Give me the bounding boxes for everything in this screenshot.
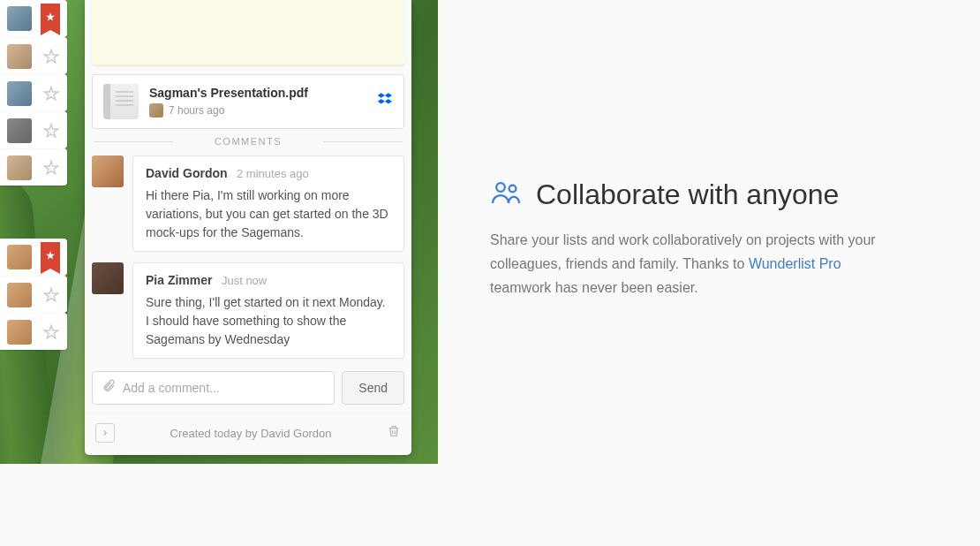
comment-time: 2 minutes ago [237, 167, 309, 180]
comment-input[interactable] [123, 381, 325, 395]
task-row[interactable] [0, 313, 67, 350]
comment-time: Just now [222, 274, 267, 287]
star-icon[interactable] [41, 157, 62, 178]
task-list-column [0, 0, 67, 350]
comment-body: Hi there Pia, I'm still working on more … [146, 186, 391, 242]
avatar [7, 283, 32, 307]
task-row[interactable] [0, 0, 67, 37]
task-row[interactable] [0, 74, 67, 111]
dropbox-icon[interactable] [377, 92, 393, 111]
bookmark-icon[interactable] [41, 242, 60, 269]
avatar [7, 155, 32, 180]
attachment-time: 7 hours ago [169, 104, 224, 117]
comment-item: Pia Zimmer Just now Sure thing, I'll get… [92, 262, 404, 359]
avatar [92, 155, 124, 187]
task-row[interactable] [0, 111, 67, 148]
collapse-button[interactable] [95, 423, 115, 443]
trash-icon[interactable] [387, 423, 401, 443]
marketing-title: Collaborate with anyone [536, 178, 839, 211]
bookmark-icon[interactable] [41, 4, 60, 30]
avatar [149, 103, 163, 118]
note-area[interactable] [92, 0, 404, 65]
comment-author: Pia Zimmer [146, 273, 212, 287]
send-button[interactable]: Send [342, 371, 404, 405]
comment-body: Sure thing, I'll get started on it next … [146, 293, 391, 349]
avatar [7, 245, 32, 269]
svg-point-1 [509, 186, 516, 193]
star-icon[interactable] [41, 83, 62, 104]
marketing-body: Share your lists and work collaborativel… [490, 228, 892, 300]
collaborate-icon [490, 177, 522, 212]
document-icon [103, 84, 139, 119]
task-row[interactable] [0, 276, 67, 313]
wunderlist-pro-link[interactable]: Wunderlist Pro [749, 256, 841, 271]
star-icon[interactable] [41, 46, 62, 67]
comment-composer: Send [92, 371, 404, 405]
avatar [7, 6, 32, 31]
svg-point-0 [496, 183, 505, 192]
task-detail-panel: Sagman's Presentation.pdf 7 hours ago CO… [85, 0, 411, 455]
avatar [92, 262, 124, 294]
attachment-row[interactable]: Sagman's Presentation.pdf 7 hours ago [92, 74, 404, 129]
comments-header: COMMENTS [85, 136, 411, 147]
avatar [7, 320, 32, 345]
attachment-title: Sagman's Presentation.pdf [149, 86, 366, 100]
task-row[interactable] [0, 37, 67, 74]
task-row[interactable] [0, 148, 67, 186]
star-icon[interactable] [41, 322, 62, 343]
task-row[interactable] [0, 239, 67, 276]
created-by-text: Created today by David Gordon [170, 427, 332, 440]
star-icon[interactable] [41, 120, 62, 141]
marketing-section: Collaborate with anyone Share your lists… [490, 177, 892, 300]
avatar [7, 118, 32, 143]
card-footer: Created today by David Gordon [85, 413, 411, 455]
attachment-icon[interactable] [102, 379, 116, 397]
star-icon[interactable] [41, 284, 62, 306]
avatar [7, 81, 32, 106]
avatar [7, 44, 32, 69]
comment-author: David Gordon [146, 166, 228, 180]
app-screenshot-pane: Sagman's Presentation.pdf 7 hours ago CO… [0, 0, 438, 464]
comment-item: David Gordon 2 minutes ago Hi there Pia,… [92, 155, 404, 252]
